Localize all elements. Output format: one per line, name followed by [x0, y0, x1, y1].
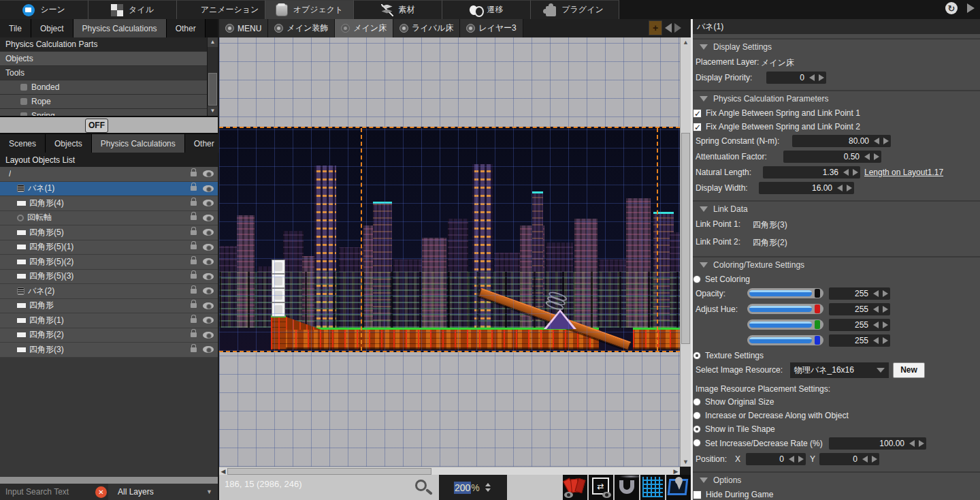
search-input[interactable]: Input Search Text [0, 487, 95, 497]
eye-icon[interactable] [203, 215, 214, 221]
tree-item[interactable]: Rope [0, 95, 207, 109]
lock-icon[interactable] [191, 186, 197, 191]
nav-forward-icon[interactable] [674, 23, 681, 33]
decrement-icon[interactable] [871, 334, 881, 347]
eye-icon[interactable] [203, 302, 214, 309]
increment-icon[interactable] [881, 303, 890, 315]
position-y-input[interactable]: 0 [819, 453, 879, 465]
attenuation-input[interactable]: 0.50 [783, 151, 881, 163]
lock-icon[interactable] [191, 201, 197, 206]
scroll-up-icon[interactable]: ▲ [208, 37, 218, 47]
eye-icon[interactable] [203, 258, 214, 265]
opacity-slider[interactable] [747, 288, 823, 298]
decrement-icon[interactable] [835, 182, 845, 194]
natural-length-input[interactable]: 1.36 [763, 166, 860, 178]
grid-toggle-button[interactable] [640, 475, 665, 500]
menu-animation[interactable]: アニメーション [177, 0, 265, 19]
play-icon[interactable] [967, 3, 975, 13]
increment-icon[interactable] [872, 151, 881, 163]
hue-slider[interactable] [747, 335, 823, 345]
increment-icon[interactable] [870, 453, 879, 465]
eye-icon[interactable] [203, 200, 214, 206]
lock-icon[interactable] [191, 260, 197, 264]
display-width-input[interactable]: 16.00 [759, 182, 854, 194]
menu-plugin[interactable]: プラグイン [531, 0, 619, 19]
parts-tree-scrollbar[interactable]: ▲ ▼ [207, 37, 218, 116]
section-options[interactable]: Options [693, 471, 980, 488]
lock-icon[interactable] [191, 289, 197, 294]
decrement-icon[interactable] [787, 453, 796, 465]
menu-tile[interactable]: タイル [88, 0, 177, 19]
layer-tab-メイン装飾[interactable]: メイン装飾 [268, 19, 335, 37]
eye-icon[interactable] [274, 24, 283, 33]
section-physics-parameters[interactable]: Physics Calculation Parameters [693, 90, 980, 106]
scene-bounds[interactable] [219, 127, 680, 352]
layout-object-row[interactable]: 四角形(2) [0, 328, 218, 343]
radio-selected[interactable] [693, 351, 701, 360]
decrement-icon[interactable] [871, 303, 881, 315]
checkbox-checked[interactable] [693, 109, 702, 118]
rate-input[interactable]: 100.00 [829, 437, 926, 450]
lock-icon[interactable] [191, 318, 197, 323]
show-in-tile-shape-row[interactable]: Show in Tile Shape [693, 422, 980, 436]
tree-item[interactable]: Physics Calculation Parts [0, 37, 207, 52]
scroll-up-icon[interactable]: ▲ [681, 37, 691, 47]
decrement-icon[interactable] [871, 287, 881, 300]
hue-slider[interactable] [747, 304, 823, 314]
section-coloring-texture[interactable]: Coloring/Texture Settings [693, 256, 980, 272]
display-priority-input[interactable]: 0 [766, 72, 826, 84]
scene-viewport[interactable] [219, 37, 680, 467]
lock-icon[interactable] [191, 332, 197, 337]
lock-icon[interactable] [191, 274, 197, 279]
tree-item[interactable]: Bonded [0, 80, 207, 95]
decrement-icon[interactable] [872, 135, 881, 147]
tab-other[interactable]: Other [167, 19, 206, 37]
radio-unselected[interactable] [693, 411, 701, 420]
decrement-icon[interactable] [841, 166, 851, 178]
eye-icon[interactable] [399, 24, 408, 33]
increment-icon[interactable] [851, 166, 860, 178]
layout-object-row[interactable]: 四角形(1) [0, 313, 218, 328]
fix-angle-1-row[interactable]: Fix Angle Between Spring and Link Point … [693, 106, 980, 120]
fix-angle-2-row[interactable]: Fix Angle Between Spring and Link Point … [693, 120, 980, 134]
image-resource-dropdown[interactable]: 物理バネ_16x16 [790, 362, 889, 378]
reload-icon[interactable]: ↻ [945, 2, 958, 14]
hue-input[interactable]: 255 [829, 319, 890, 331]
radio-unselected[interactable] [693, 439, 701, 447]
lock-icon[interactable] [191, 215, 197, 220]
layer-tab-ライバル床[interactable]: ライバル床 [393, 19, 460, 37]
layout-object-row[interactable]: / [0, 167, 218, 182]
layer-tab-レイヤー3[interactable]: レイヤー3 [460, 19, 523, 37]
eye-icon[interactable] [203, 287, 214, 294]
eye-icon[interactable] [341, 24, 350, 33]
eye-icon[interactable] [203, 273, 214, 280]
tab-scenes[interactable]: Scenes [0, 134, 46, 153]
scroll-down-icon[interactable]: ▼ [681, 457, 691, 467]
section-link-data[interactable]: Link Data [693, 200, 980, 217]
hue-slider[interactable] [747, 319, 823, 330]
scroll-down-icon[interactable]: ▼ [208, 106, 218, 116]
ground-ledge[interactable] [271, 315, 286, 349]
eye-icon[interactable] [203, 346, 214, 353]
canvas-horizontal-scrollbar[interactable]: ◀ ▶ [219, 467, 680, 475]
eye-icon[interactable] [225, 24, 234, 33]
eye-icon[interactable] [203, 229, 214, 236]
layer-tab-MENU[interactable]: MENU [219, 19, 268, 37]
tab-other[interactable]: Other [185, 134, 224, 153]
canvas-vertical-scrollbar[interactable]: ▲ ▼ [680, 37, 691, 467]
new-resource-button[interactable]: New [893, 362, 925, 378]
layout-object-row[interactable]: 四角形(5)(3) [0, 270, 218, 285]
hue-input[interactable]: 255 [829, 334, 890, 347]
snap-magnet-button[interactable] [615, 475, 639, 500]
lock-icon[interactable] [191, 303, 197, 308]
radio-unselected[interactable] [693, 275, 701, 283]
scrollbar-thumb[interactable] [227, 468, 431, 475]
layout-object-row[interactable]: バネ(1) [0, 182, 218, 197]
layout-object-row[interactable]: 四角形(5) [0, 225, 218, 240]
eye-icon[interactable] [203, 244, 214, 251]
set-coloring-row[interactable]: Set Coloring [693, 272, 980, 286]
scrollbar-thumb[interactable] [681, 133, 690, 344]
nav-back-icon[interactable] [665, 23, 672, 33]
radio-unselected[interactable] [693, 398, 701, 406]
menu-transition[interactable]: 遷移 [442, 0, 531, 19]
